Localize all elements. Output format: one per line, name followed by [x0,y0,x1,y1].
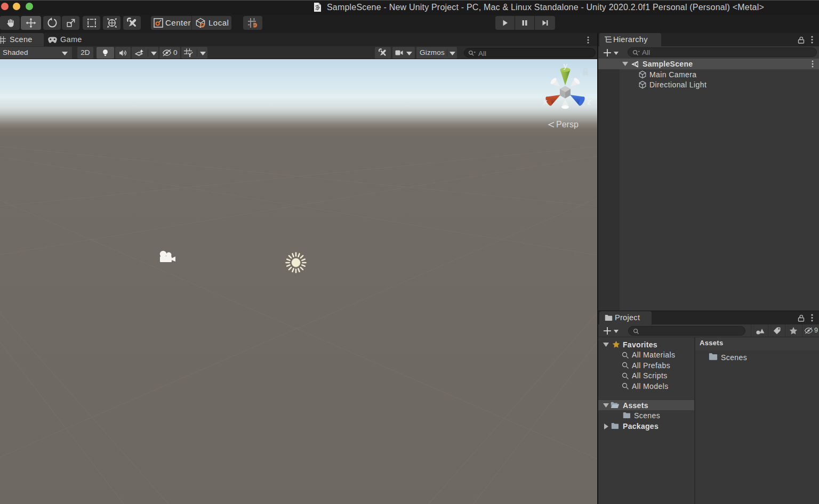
svg-text:x: x [543,97,548,106]
svg-text:y: y [564,61,568,70]
svg-text:Y: Y [188,52,192,58]
svg-text:z: z [587,97,591,106]
